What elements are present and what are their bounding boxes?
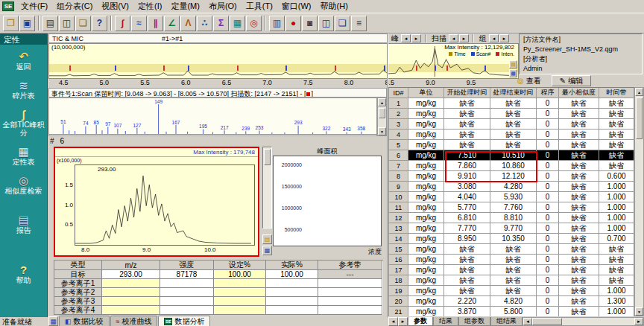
right-table-row[interactable]: 11mg/kg5.7707.7600缺省1.000 — [389, 202, 634, 213]
ion-table-cell[interactable]: 100.00 — [214, 270, 266, 279]
right-table-cell[interactable]: 缺省 — [559, 182, 599, 192]
scrollbar-thumb[interactable] — [532, 318, 562, 325]
menu-item-6[interactable]: 布局(O) — [204, 0, 242, 12]
app-logo-icon[interactable]: SE — [2, 1, 14, 11]
quant-table-button[interactable]: Σ — [213, 16, 229, 31]
right-table-cell[interactable]: 0 — [537, 234, 559, 244]
ion-table-cell[interactable] — [266, 306, 318, 315]
right-table-cell[interactable]: 缺省 — [559, 140, 599, 150]
scrollbar-thumb[interactable] — [379, 108, 385, 118]
right-table-row[interactable]: 2mg/kg缺省缺省0缺省缺省 — [389, 109, 634, 119]
right-table-row-id[interactable]: 19 — [389, 286, 408, 296]
baseline-tool-button[interactable]: ∠ — [164, 16, 180, 31]
right-table-cell[interactable]: mg/kg — [408, 98, 444, 109]
right-table-row[interactable]: 17mg/kg缺省缺省0缺省缺省 — [389, 265, 634, 275]
right-table-cell[interactable]: 缺省 — [559, 202, 599, 213]
right-table-row[interactable]: 10mg/kg4.0405.9300缺省1.000 — [389, 192, 634, 202]
right-table-cell[interactable]: 缺省 — [444, 244, 490, 255]
right-table-cell[interactable]: 缺省 — [444, 119, 490, 130]
tic-chromatogram[interactable]: (10,000,000) Max Intensity : 12,129,802 … — [48, 43, 519, 79]
scan-next-button[interactable]: ► — [459, 34, 469, 42]
compound-table-button[interactable]: ▦ — [230, 16, 245, 31]
ion-table-cell[interactable] — [266, 288, 318, 297]
right-table-cell[interactable]: 0 — [537, 213, 559, 223]
menu-item-9[interactable]: 帮助(H) — [316, 0, 353, 12]
ion-table-cell[interactable] — [318, 297, 382, 306]
right-table-cell[interactable]: mg/kg — [408, 182, 444, 192]
right-table-row-id[interactable]: 1 — [389, 98, 408, 109]
scroll-up-button[interactable]: ▲ — [378, 98, 386, 106]
right-table-cell[interactable]: 缺省 — [599, 109, 634, 119]
peak-integrate-button[interactable]: ∫ — [115, 16, 130, 31]
right-table-cell[interactable]: 0 — [537, 171, 559, 182]
right-table-cell[interactable]: 0 — [537, 161, 559, 171]
right-table-row-id[interactable]: 6 — [389, 150, 408, 161]
right-table-cell[interactable]: 缺省 — [490, 244, 537, 255]
right-table-cell[interactable]: 0 — [537, 98, 559, 109]
right-table-cell[interactable]: mg/kg — [408, 140, 444, 150]
right-table-cell[interactable]: 1.000 — [599, 286, 634, 296]
right-table-cell[interactable]: 9.770 — [490, 223, 537, 234]
right-table-cell[interactable]: 缺省 — [599, 161, 634, 171]
right-table-cell[interactable]: mg/kg — [408, 275, 444, 286]
right-table-cell[interactable]: 0 — [537, 140, 559, 150]
peak-next-button[interactable]: ► — [411, 34, 421, 42]
similarity-search-button[interactable]: ◎ — [246, 16, 262, 31]
scrollbar-thumb[interactable] — [636, 98, 643, 139]
scrollbar-track[interactable] — [378, 106, 386, 127]
sidebar-item-help[interactable]: ?帮助 — [0, 264, 47, 284]
right-table-cell[interactable]: 缺省 — [490, 130, 537, 140]
tab-results[interactable]: 结果 — [433, 317, 458, 326]
right-table-row-id[interactable]: 5 — [389, 140, 408, 150]
right-table-cell[interactable]: 5.770 — [444, 202, 490, 213]
sidebar-item-back[interactable]: ↶返回 — [0, 51, 47, 71]
right-table-cell[interactable]: 8.950 — [444, 234, 490, 244]
group-prev-button[interactable]: ◄ — [489, 34, 499, 42]
right-table-row[interactable]: 4mg/kg缺省缺省0缺省缺省 — [389, 130, 634, 140]
right-table-cell[interactable]: 1.000 — [599, 307, 634, 316]
report-button[interactable]: ▥ — [269, 16, 285, 31]
right-table-cell[interactable]: 0 — [537, 286, 559, 296]
tabs-scroll-right-button[interactable]: ► — [398, 317, 408, 326]
right-table-cell[interactable]: 缺省 — [559, 296, 599, 307]
tab-strip-icon[interactable]: ▦ — [48, 316, 58, 326]
right-table-cell[interactable]: 缺省 — [559, 109, 599, 119]
right-table-cell[interactable]: 8.810 — [490, 213, 537, 223]
right-table-cell[interactable]: mg/kg — [408, 171, 444, 182]
right-table-cell[interactable]: 7.770 — [444, 223, 490, 234]
right-table-cell[interactable]: 7.760 — [490, 202, 537, 213]
ion-table-cell[interactable] — [318, 279, 382, 288]
right-table-row-id[interactable]: 4 — [389, 130, 408, 140]
scroll-down-button[interactable]: ▼ — [635, 307, 643, 316]
right-table-cell[interactable]: 缺省 — [559, 275, 599, 286]
right-table-cell[interactable]: 缺省 — [559, 286, 599, 296]
right-table-cell[interactable]: 12.120 — [490, 171, 537, 182]
right-table-cell[interactable]: mg/kg — [408, 130, 444, 140]
scroll-down-button[interactable]: ▼ — [378, 127, 386, 135]
right-table-cell[interactable]: 10.510 — [490, 150, 537, 161]
right-table-cell[interactable]: mg/kg — [408, 265, 444, 275]
right-table-row-id[interactable]: 8 — [389, 171, 408, 182]
ion-table-cell[interactable] — [102, 279, 160, 288]
ion-table-cell[interactable] — [102, 306, 160, 315]
right-table-row[interactable]: 6mg/kg7.51010.5100缺省缺省 — [389, 150, 634, 161]
right-table-row[interactable]: 16mg/kg缺省缺省0缺省缺省 — [389, 255, 634, 265]
tic-zoom-button[interactable]: ▤ — [509, 60, 517, 68]
right-table-cell[interactable]: mg/kg — [408, 150, 444, 161]
right-table-row[interactable]: 5mg/kg缺省缺省0缺省缺省 — [389, 140, 634, 150]
right-table-cell[interactable]: 缺省 — [444, 140, 490, 150]
right-table-cell[interactable]: 缺省 — [559, 307, 599, 316]
right-table-cell[interactable]: 4.820 — [490, 296, 537, 307]
right-table-cell[interactable]: 10.350 — [490, 234, 537, 244]
scroll-right-button[interactable]: ► — [634, 318, 643, 325]
ion-table-cell[interactable] — [266, 297, 318, 306]
ion-table-cell[interactable] — [102, 288, 160, 297]
target-ion-chromatogram[interactable]: Max Intensity : 179,748 (x100,000) 293.0… — [54, 147, 259, 257]
right-table-cell[interactable]: 4.040 — [444, 192, 490, 202]
tab-calibration-curve[interactable]: ≈校准曲线 — [110, 316, 158, 326]
snapshot-button[interactable]: ◙ — [302, 16, 318, 31]
right-table-cell[interactable]: 0 — [537, 275, 559, 286]
right-table-cell[interactable]: 缺省 — [490, 109, 537, 119]
right-table-cell[interactable]: 缺省 — [599, 119, 634, 130]
arrange-icons-button[interactable]: ≡ — [351, 16, 367, 31]
